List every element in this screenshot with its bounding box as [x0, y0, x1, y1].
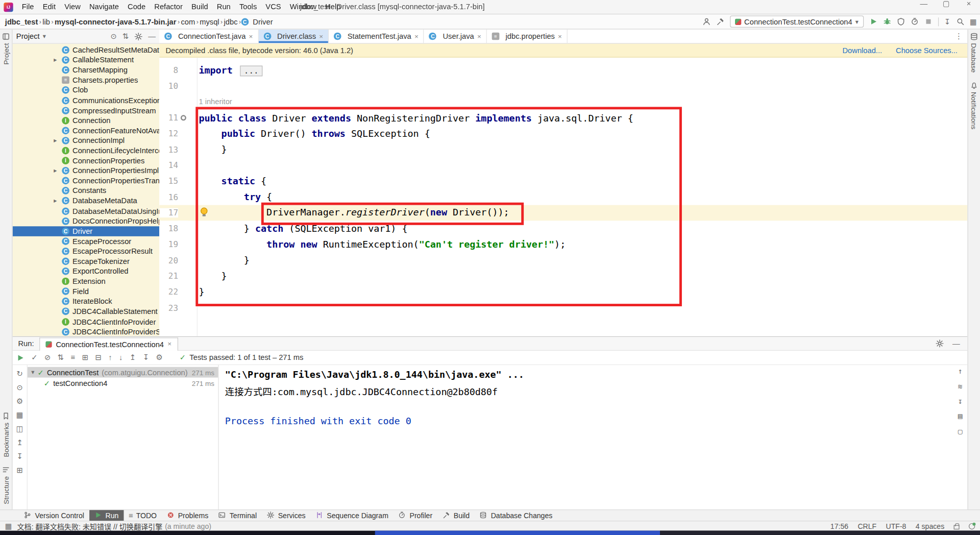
tool-strip-button-structure[interactable]: Structure	[2, 466, 10, 504]
code-line[interactable]: 13 }	[159, 141, 967, 157]
tool-strip-button-notifications[interactable]: Notifications	[970, 81, 978, 129]
hide-panel-icon[interactable]	[952, 340, 960, 348]
tab-close-icon[interactable]	[249, 33, 253, 39]
project-tree-item[interactable]: CCommunicationsException	[12, 95, 159, 106]
code-line[interactable]: 14	[159, 157, 967, 173]
code-line[interactable]: 23	[159, 300, 967, 315]
minimize-button[interactable]	[913, 0, 935, 14]
search-everywhere-icon[interactable]	[956, 17, 964, 26]
rerun-failed-icon[interactable]	[16, 384, 22, 392]
pin-tab-icon[interactable]	[16, 411, 23, 419]
project-tree-item[interactable]: IConnectionProperties	[12, 156, 159, 166]
project-tree-item[interactable]: CCachedResultSetMetaData	[12, 45, 159, 55]
menu-refactor[interactable]: Refactor	[150, 0, 187, 14]
scroll-up-icon[interactable]	[16, 439, 22, 447]
choose-sources-link[interactable]: Choose Sources...	[896, 46, 958, 55]
rerun-tests-icon[interactable]	[16, 353, 24, 361]
project-settings-icon[interactable]	[134, 32, 142, 40]
line-separator-indicator[interactable]: CRLF	[857, 522, 876, 530]
inheritors-inlay-hint[interactable]: 1 inheritor	[199, 98, 232, 106]
code-line[interactable]: 12 public Driver() throws SQLException {	[159, 126, 967, 141]
scroll-down-icon[interactable]	[16, 453, 22, 460]
editor-tab[interactable]: CUser.java	[424, 30, 487, 43]
menu-file[interactable]: File	[17, 0, 38, 14]
code-line[interactable]: 11public class Driver extends NonRegiste…	[159, 110, 967, 126]
expand-all-icon[interactable]	[82, 354, 88, 361]
project-tree-item[interactable]: ≡Charsets.properties	[12, 75, 159, 85]
project-tree-item[interactable]: CConnectionPropertiesImpl	[12, 166, 159, 176]
code-line[interactable]: 22}	[159, 284, 967, 300]
menu-build[interactable]: Build	[187, 0, 212, 14]
breadcrumb-item[interactable]: mysql-connector-java-5.1.7-bin.jar	[54, 17, 178, 26]
project-tree-item[interactable]: CConnectionFeatureNotAvailab	[12, 126, 159, 136]
more-icon[interactable]	[955, 33, 963, 40]
project-tree-item[interactable]: CJDBC4CallableStatement	[12, 307, 159, 317]
tool-window-button-branch[interactable]: Version Control	[19, 510, 89, 521]
readonly-lock-icon[interactable]	[954, 525, 960, 529]
ignore-tests-icon[interactable]	[44, 354, 51, 361]
code-line[interactable]: 15 static {	[159, 173, 967, 189]
project-tree-item[interactable]: CCallableStatement	[12, 55, 159, 65]
test-settings-icon[interactable]	[156, 354, 162, 361]
code-line[interactable]: 21 }	[159, 268, 967, 284]
close-button[interactable]	[958, 0, 980, 14]
scroll-to-top-icon[interactable]	[958, 368, 963, 375]
project-tree-item[interactable]: CField	[12, 286, 159, 297]
expand-icon[interactable]	[16, 466, 22, 474]
maximize-button[interactable]	[935, 0, 958, 14]
run-panel-settings-icon[interactable]	[936, 339, 944, 348]
chevron-right-icon[interactable]	[54, 167, 57, 174]
breadcrumb-item[interactable]: Driver	[252, 17, 274, 26]
import-results-icon[interactable]	[130, 354, 136, 361]
run-console[interactable]: "C:\Program Files\Java\jdk1.8.0_144\bin\…	[219, 365, 968, 509]
tool-window-button-terminal[interactable]: Terminal	[213, 510, 262, 521]
project-tree-item[interactable]: CEscapeProcessorResult	[12, 246, 159, 256]
tab-close-icon[interactable]	[477, 33, 481, 39]
tool-window-button-sequence[interactable]: Sequence Diagram	[310, 510, 393, 521]
breadcrumb-item[interactable]: jdbc	[223, 17, 239, 26]
scroll-to-end-icon[interactable]	[958, 398, 963, 405]
chevron-right-icon[interactable]	[54, 198, 57, 204]
project-tree-item[interactable]: CEscapeProcessor	[12, 236, 159, 247]
tool-window-button-problems[interactable]: Problems	[162, 510, 213, 521]
menu-navigate[interactable]: Navigate	[85, 0, 123, 14]
update-project-icon[interactable]	[944, 18, 950, 26]
tool-window-button-profiler[interactable]: Profiler	[394, 510, 437, 521]
tab-close-icon[interactable]	[414, 33, 419, 39]
project-tree-item[interactable]: CJDBC4ClientInfoProviderSP	[12, 327, 159, 336]
tool-window-switcher-icon[interactable]	[5, 522, 12, 530]
menu-edit[interactable]: Edit	[38, 0, 60, 14]
project-tree-item[interactable]: CCompressedInputStream	[12, 105, 159, 115]
tool-strip-button-project[interactable]: Project	[2, 33, 10, 65]
project-tree-item[interactable]: CConnectionImpl	[12, 136, 159, 146]
debug-button[interactable]	[883, 17, 891, 26]
chevron-right-icon[interactable]	[54, 57, 57, 63]
tab-close-icon[interactable]	[319, 33, 323, 39]
project-tree-item[interactable]: IConnectionLifecycleIntercepto	[12, 145, 159, 156]
editor-tab[interactable]: CConnectionTest.java	[159, 30, 258, 43]
editor-tab[interactable]: ≡jdbc.properties	[487, 30, 568, 43]
profiler-button[interactable]	[911, 17, 919, 26]
menu-view[interactable]: View	[60, 0, 85, 14]
project-tree-item[interactable]: CEscapeTokenizer	[12, 256, 159, 266]
editor-tab[interactable]: CDriver.class	[258, 30, 329, 43]
project-tree-item[interactable]: CConstants	[12, 186, 159, 196]
expand-collapse-icon[interactable]	[122, 33, 129, 40]
tool-window-button-services[interactable]: Services	[262, 510, 311, 521]
project-tree-item[interactable]: CDatabaseMetaData	[12, 196, 159, 206]
breadcrumb-item[interactable]: jdbc_test	[4, 17, 39, 26]
close-icon[interactable]	[167, 341, 172, 347]
notifications-bell-icon[interactable]	[969, 523, 975, 529]
project-tree-item[interactable]: CConnectionPropertiesTransfo	[12, 176, 159, 186]
export-results-icon[interactable]	[143, 354, 149, 361]
run-config-selector[interactable]: ConnectionTest.testConnection4	[730, 16, 864, 28]
coverage-button[interactable]	[897, 17, 905, 26]
code-line[interactable]: 17 DriverManager.registerDriver(new Driv…	[159, 205, 967, 221]
screenshot-icon[interactable]	[16, 425, 23, 433]
tool-window-button-db[interactable]: Database Changes	[475, 510, 557, 521]
tool-window-button-build[interactable]: Build	[437, 510, 475, 521]
project-tree-item[interactable]: CDriver	[12, 226, 159, 236]
code-line[interactable]: 18 } catch (SQLException var1) {	[159, 221, 967, 236]
show-passed-icon[interactable]	[31, 354, 37, 361]
code-line[interactable]: 20 }	[159, 252, 967, 268]
